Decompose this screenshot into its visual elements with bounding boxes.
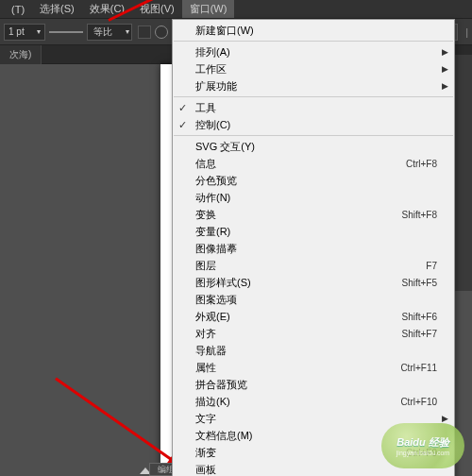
window-menu-dropdown: 新建窗口(W)排列(A)▶工作区▶扩展功能▶✓工具✓控制(C)SVG 交互(Y)…	[172, 19, 455, 476]
menu-item[interactable]: 对齐Shift+F7	[173, 325, 454, 342]
menu-item[interactable]: 变量(R)	[173, 223, 454, 240]
menu-item-shortcut: F7	[426, 261, 437, 271]
menu-item[interactable]: 动作(N)	[173, 189, 454, 206]
check-icon: ✓	[178, 102, 187, 114]
menu-item-shortcut: Ctrl+F8	[406, 159, 437, 169]
menu-separator	[174, 135, 453, 136]
menu-item-label: 工作区	[195, 62, 437, 76]
menu-item-label: 变换	[195, 208, 401, 222]
menu-item[interactable]: 新建窗口(W)	[173, 22, 454, 39]
menu-item[interactable]: 变换Shift+F8	[173, 206, 454, 223]
menu-item-label: 图案选项	[195, 293, 437, 307]
document-tab[interactable]: 次海)	[0, 45, 42, 64]
menu-separator	[174, 96, 453, 97]
submenu-arrow-icon: ▶	[442, 414, 448, 423]
menu-item[interactable]: 拼合器预览	[173, 376, 454, 393]
menu-item-shortcut: Shift+F5	[401, 278, 437, 288]
menu-item-label: 对齐	[195, 327, 401, 341]
menu-item-shortcut: Shift+F7	[401, 329, 437, 339]
menu-item-label: 新建窗口(W)	[195, 24, 437, 38]
toolbar-sep: |	[465, 26, 468, 38]
submenu-arrow-icon: ▶	[442, 64, 448, 74]
proportion-select[interactable]: 等比	[87, 24, 132, 41]
menu-item[interactable]: ✓工具	[173, 99, 454, 116]
menu-item[interactable]: 分色预览	[173, 172, 454, 189]
menu-window[interactable]: 窗口(W)	[182, 0, 235, 18]
menu-item[interactable]: 图层F7	[173, 257, 454, 274]
menu-item[interactable]: 图案选项	[173, 291, 454, 308]
menu-item-label: 动作(N)	[195, 191, 437, 205]
menu-item-label: 控制(C)	[195, 118, 437, 132]
menu-item-label: 描边(K)	[195, 395, 400, 409]
menu-item-shortcut: Shift+F6	[401, 312, 437, 322]
stroke-width-value: 1 pt	[8, 26, 25, 37]
watermark: Baidu 经验 jingyan.baidu.com	[381, 423, 464, 468]
swap-icon[interactable]	[138, 26, 151, 39]
menu-item[interactable]: 描边(K)Ctrl+F10	[173, 393, 454, 410]
submenu-arrow-icon: ▶	[442, 81, 448, 91]
menu-item[interactable]: 导航器	[173, 342, 454, 359]
submenu-arrow-icon: ▶	[442, 47, 448, 57]
menu-item[interactable]: 排列(A)▶	[173, 43, 454, 60]
menu-item[interactable]: ✓控制(C)	[173, 116, 454, 133]
menu-item-label: 属性	[195, 361, 400, 375]
menu-item-label: 渐变	[195, 446, 406, 460]
menu-item-label: 信息	[195, 157, 406, 171]
anchor-circle-icon[interactable]	[155, 26, 168, 39]
check-icon: ✓	[178, 119, 187, 131]
menu-item-label: 图形样式(S)	[195, 276, 401, 290]
menu-item-label: SVG 交互(Y)	[195, 140, 437, 154]
menu-item-label: 变量(R)	[195, 225, 437, 239]
menu-item-label: 拼合器预览	[195, 378, 437, 392]
watermark-brand: Baidu 经验	[396, 435, 449, 450]
menu-item-label: 排列(A)	[195, 45, 437, 60]
menu-item-label: 分色预览	[195, 174, 437, 188]
watermark-url: jingyan.baidu.com	[396, 450, 449, 456]
menu-item[interactable]: 外观(E)Shift+F6	[173, 308, 454, 325]
menu-item[interactable]: 属性Ctrl+F11	[173, 359, 454, 376]
menu-item[interactable]: 图形样式(S)Shift+F5	[173, 274, 454, 291]
menu-item-label: 图层	[195, 259, 426, 273]
menu-item[interactable]: 工作区▶	[173, 60, 454, 77]
menu-effect[interactable]: 效果(C)	[82, 0, 132, 18]
stroke-preview[interactable]	[49, 31, 83, 33]
menu-item[interactable]: 信息Ctrl+F8	[173, 155, 454, 172]
menu-item-label: 图像描摹	[195, 242, 437, 256]
menu-item[interactable]: 图像描摹	[173, 240, 454, 257]
menu-item-label: 工具	[195, 101, 437, 115]
menu-item-shortcut: Ctrl+F10	[400, 397, 437, 407]
menu-item-shortcut: Shift+F8	[401, 210, 437, 220]
menubar: (T) 选择(S) 效果(C) 视图(V) 窗口(W)	[0, 0, 472, 19]
menu-item-label: 外观(E)	[195, 310, 401, 324]
menu-item-label: 导航器	[195, 344, 437, 358]
menu-item[interactable]: 扩展功能▶	[173, 77, 454, 94]
menu-item[interactable]: SVG 交互(Y)	[173, 138, 454, 155]
menu-item-label: 扩展功能	[195, 79, 437, 94]
menu-t[interactable]: (T)	[4, 2, 32, 17]
menu-item-shortcut: Ctrl+F11	[400, 363, 437, 373]
stroke-width-field[interactable]: 1 pt▾	[4, 24, 45, 41]
menu-select[interactable]: 选择(S)	[32, 0, 82, 18]
menu-separator	[174, 41, 453, 42]
